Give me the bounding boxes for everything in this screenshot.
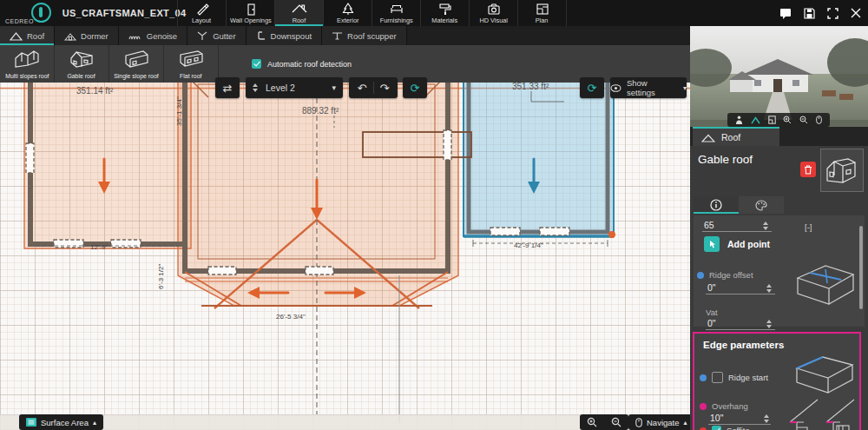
vat-input[interactable] xyxy=(706,317,775,330)
tab-materials[interactable]: Materials xyxy=(420,0,469,26)
title-bar: CEDREO US_CRAFTSMAN_EXT_04 Layout Wall O… xyxy=(0,0,868,26)
show-settings-button[interactable]: Show settings ▾ xyxy=(610,77,687,98)
slope-field-row xyxy=(702,219,789,232)
chevron-up-icon: ▴ xyxy=(93,419,96,427)
ridge-offset-label: Ridge offset xyxy=(709,270,753,280)
fullscreen-icon[interactable] xyxy=(827,8,838,19)
subtab-roof-scupper[interactable]: Roof scupper xyxy=(322,26,407,45)
roof-properties-section: [-] Add point Ridge offset xyxy=(694,215,865,327)
preview-toolbar xyxy=(727,113,830,127)
feedback-icon[interactable] xyxy=(779,8,792,19)
dim-left-width: 12'-9" xyxy=(90,243,108,251)
add-point-button[interactable]: Add point xyxy=(704,236,770,252)
walkthrough-person-icon[interactable] xyxy=(735,116,743,124)
soffite-row[interactable]: Soffite xyxy=(700,426,750,430)
sync-icon-2: ⟳ xyxy=(588,83,597,94)
redo-icon[interactable]: ↷ xyxy=(374,83,396,94)
ridge-offset-stepper[interactable] xyxy=(766,284,772,293)
refresh-selection-button[interactable]: ⟳ xyxy=(580,77,604,98)
tool-multi-slopes-roof[interactable]: Multi slopes roof xyxy=(0,45,55,83)
right-panel: Roof Gable roof xyxy=(690,26,868,430)
zoom-in-icon[interactable] xyxy=(587,417,597,427)
zoom-out-icon[interactable] xyxy=(611,417,621,427)
tab-hd-visual[interactable]: HD Visual xyxy=(469,0,517,26)
panel-tab-roof[interactable]: Roof xyxy=(693,127,779,146)
camera-icon xyxy=(487,3,501,16)
roof-icon xyxy=(292,3,307,16)
subtab-genoise[interactable]: Genoise xyxy=(119,26,187,45)
preview-mouse-icon[interactable] xyxy=(816,116,822,124)
tab-furnishings[interactable]: Furnishings xyxy=(372,0,420,26)
tab-plan[interactable]: Plan xyxy=(517,0,567,26)
flat-roof-icon xyxy=(177,48,205,70)
panel-tab-bar: Roof xyxy=(690,127,868,146)
tab-roof[interactable]: Roof xyxy=(274,0,323,26)
panel-body: Gable roof [-] xyxy=(690,146,868,430)
close-icon[interactable] xyxy=(851,8,861,18)
genoise-icon xyxy=(128,32,142,40)
panel-scrollbar[interactable] xyxy=(859,226,863,309)
area-label-center: 889.32 ft² xyxy=(302,106,339,116)
tool-gable-roof[interactable]: Gable roof xyxy=(55,45,109,83)
automatic-roof-detection-label: Automatic roof detection xyxy=(267,60,352,69)
roof-shape-icon xyxy=(701,133,715,142)
recalculate-roofs-button[interactable]: ⟳ xyxy=(403,77,427,98)
swap-level-button[interactable]: ⇄ xyxy=(215,77,240,98)
list-icon xyxy=(26,418,36,427)
3d-preview-viewport[interactable] xyxy=(690,26,868,127)
vat-stepper[interactable] xyxy=(766,320,772,328)
automatic-roof-detection-checkbox[interactable] xyxy=(252,59,261,69)
ridge-offset-anchor-dot xyxy=(697,272,704,279)
subtab-roof[interactable]: Roof xyxy=(0,26,55,45)
ridge-start-diagram xyxy=(792,349,859,394)
slope-stepper[interactable] xyxy=(763,222,768,230)
roof-scupper-icon xyxy=(332,31,343,41)
panel-tab-materials[interactable] xyxy=(739,196,784,214)
slope-input[interactable] xyxy=(702,219,772,232)
tab-wall-openings[interactable]: Wall Openings xyxy=(226,0,274,26)
window-controls xyxy=(779,0,861,26)
level-selector[interactable]: Level 2 ▾ xyxy=(246,77,343,98)
swap-icon: ⇄ xyxy=(223,83,233,94)
subtab-dormer[interactable]: Dormer xyxy=(55,26,119,45)
overhang-label-row: Overhang xyxy=(700,401,748,411)
mouse-icon xyxy=(635,418,642,427)
subtab-gutter[interactable]: Gutter xyxy=(187,26,246,45)
overhang-input[interactable] xyxy=(708,412,771,425)
overhang-anchor-dot xyxy=(700,403,707,410)
tool-flat-roof[interactable]: Flat roof xyxy=(164,45,219,83)
overhang-soffit-diagram xyxy=(788,398,861,430)
roof-view-icon[interactable] xyxy=(751,116,760,124)
panel-heading: Gable roof xyxy=(698,153,753,166)
ridge-start-row[interactable]: Ridge start xyxy=(700,372,768,383)
save-icon[interactable] xyxy=(804,8,815,19)
panel-sub-tabs xyxy=(694,196,787,214)
plan-view-icon[interactable] xyxy=(768,116,776,124)
logo-label: CEDREO xyxy=(5,18,34,24)
level-stepper[interactable] xyxy=(253,83,258,92)
dormer-icon xyxy=(64,31,76,41)
panel-tab-info[interactable] xyxy=(694,196,739,214)
preview-zoom-in-icon[interactable] xyxy=(783,116,792,124)
gable-roof-icon xyxy=(68,48,95,70)
tool-single-slope-roof[interactable]: Single slope roof xyxy=(109,45,164,83)
app-logo[interactable]: CEDREO xyxy=(0,0,59,26)
ridge-offset-input[interactable] xyxy=(706,281,775,294)
soffite-checkbox[interactable] xyxy=(712,426,721,430)
preview-zoom-out-icon[interactable] xyxy=(799,116,808,124)
delete-roof-button[interactable] xyxy=(800,162,816,177)
tab-layout[interactable]: Layout xyxy=(177,0,226,26)
ridge-start-anchor-dot xyxy=(700,374,707,381)
roof-sub-tab-bar: Roof Dormer Genoise Gutter Downspout Roo… xyxy=(0,26,690,45)
surface-area-button[interactable]: Surface Area ▴ xyxy=(19,414,103,430)
tab-exterior[interactable]: Exterior xyxy=(323,0,372,26)
navigate-button[interactable]: Navigate ▴ xyxy=(628,414,694,430)
gable-roof-thumbnail[interactable] xyxy=(820,149,864,192)
undo-icon[interactable]: ↶ xyxy=(352,83,373,94)
subtab-downspout[interactable]: Downspout xyxy=(247,26,323,45)
ridge-start-checkbox[interactable] xyxy=(712,372,723,383)
overhang-stepper[interactable] xyxy=(764,414,769,423)
soffite-anchor-dot xyxy=(700,427,707,430)
vat-field-row xyxy=(706,317,792,330)
floor-plan-canvas[interactable]: 351.14 ft² 889.32 ft² 351.33 ft² 12'-9" … xyxy=(0,83,690,430)
